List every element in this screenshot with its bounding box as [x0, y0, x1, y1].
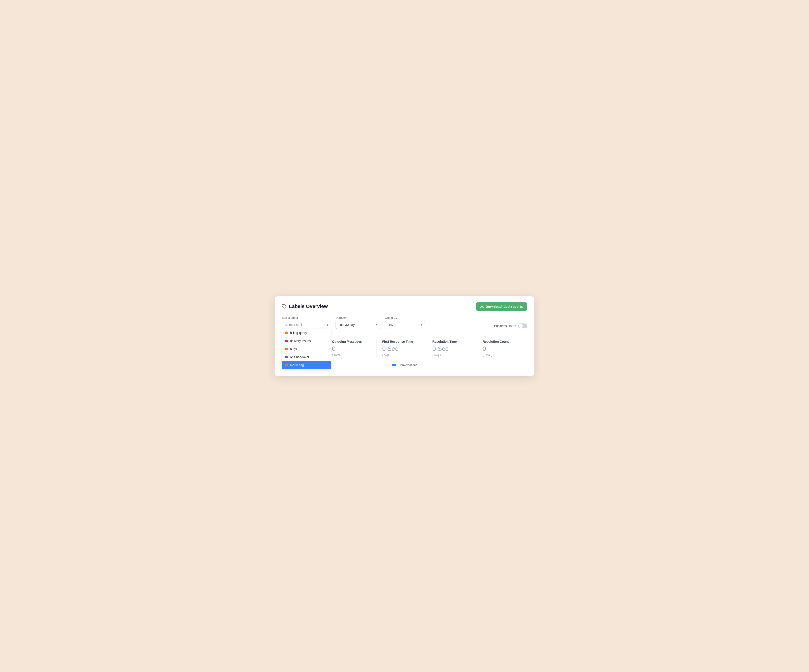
- delivery-issues-dot: [285, 339, 288, 342]
- duration-filter-group: Duration Last 7 days Last 30 days Last 3…: [336, 316, 380, 329]
- stat-first-response-value: 0 Sec: [382, 345, 421, 352]
- page-title: Labels Overview: [289, 304, 328, 309]
- label-select-wrapper: ▲ billing-query delivery-issues bugs: [282, 321, 331, 329]
- dropdown-item-bugs[interactable]: bugs: [282, 345, 331, 353]
- stat-outgoing-sub: ( Total ): [332, 353, 371, 356]
- ops-handover-dot: [285, 356, 288, 358]
- business-hours-label: Business Hours: [494, 324, 516, 328]
- group-by-select[interactable]: Day Week Month: [385, 321, 425, 329]
- title-group: Labels Overview: [282, 304, 328, 309]
- download-icon: [480, 305, 484, 308]
- billing-query-label: billing-query: [290, 331, 307, 335]
- label-filter-label: Select Label: [282, 316, 331, 319]
- duration-select-wrapper: Last 7 days Last 30 days Last 3 months L…: [336, 321, 380, 329]
- group-by-filter-group: Group By Day Week Month ▼: [385, 316, 425, 329]
- marketing-label: marketing: [290, 363, 304, 367]
- page-background: Labels Overview Download label reports S…: [270, 287, 539, 385]
- label-dropdown-list: billing-query delivery-issues bugs: [282, 329, 331, 370]
- main-card: Labels Overview Download label reports S…: [275, 296, 534, 376]
- conversations-legend-dot: [392, 364, 396, 366]
- stat-resolution-count-sub: ( Total ): [483, 353, 522, 356]
- stat-first-response-title: First Response Time: [382, 340, 421, 343]
- billing-query-dot: [285, 331, 288, 334]
- stat-resolution-time-title: Resolution Time: [433, 340, 472, 343]
- delivery-issues-label: delivery-issues: [290, 339, 311, 343]
- label-select-input[interactable]: [282, 321, 331, 329]
- download-label-reports-button[interactable]: Download label reports: [476, 302, 527, 311]
- business-hours-toggle[interactable]: [518, 323, 527, 328]
- duration-select[interactable]: Last 7 days Last 30 days Last 3 months L…: [336, 321, 380, 329]
- stat-resolution-time-value: 0 Sec: [433, 345, 472, 352]
- group-by-select-wrapper: Day Week Month ▼: [385, 321, 425, 329]
- filter-row: Select Label ▲ billing-query delivery-is…: [282, 316, 527, 329]
- stat-resolution-count-value: 0: [483, 345, 522, 352]
- stat-resolution-count-title: Resolution Count: [483, 340, 522, 343]
- business-hours-group: Business Hours: [494, 323, 527, 329]
- stat-outgoing-value: 0: [332, 345, 371, 352]
- stat-first-response-sub: ( Avg ): [382, 353, 421, 356]
- stat-resolution-time-sub: ( Avg ): [433, 353, 472, 356]
- stat-outgoing: Outgoing Messages 0 ( Total ): [327, 340, 377, 356]
- group-by-filter-label: Group By: [385, 316, 425, 319]
- stat-first-response: First Response Time 0 Sec ( Avg ): [377, 340, 427, 356]
- bugs-label: bugs: [290, 347, 297, 351]
- dropdown-item-marketing[interactable]: marketing: [282, 361, 331, 369]
- tag-icon: [282, 304, 287, 309]
- toggle-knob: [519, 324, 523, 328]
- duration-filter-label: Duration: [336, 316, 380, 319]
- marketing-dot: [285, 364, 288, 366]
- stat-resolution-count: Resolution Count 0 ( Total ): [477, 340, 527, 356]
- card-header: Labels Overview Download label reports: [282, 302, 527, 311]
- stat-resolution-time: Resolution Time 0 Sec ( Avg ): [427, 340, 477, 356]
- dropdown-item-billing-query[interactable]: billing-query: [282, 329, 331, 337]
- dropdown-item-delivery-issues[interactable]: delivery-issues: [282, 337, 331, 345]
- dropdown-item-ops-handover[interactable]: ops-handover: [282, 353, 331, 361]
- label-filter-group: Select Label ▲ billing-query delivery-is…: [282, 316, 331, 329]
- bugs-dot: [285, 348, 288, 350]
- conversations-legend-label: Conversations: [398, 363, 417, 367]
- ops-handover-label: ops-handover: [290, 355, 309, 359]
- stat-outgoing-title: Outgoing Messages: [332, 340, 371, 343]
